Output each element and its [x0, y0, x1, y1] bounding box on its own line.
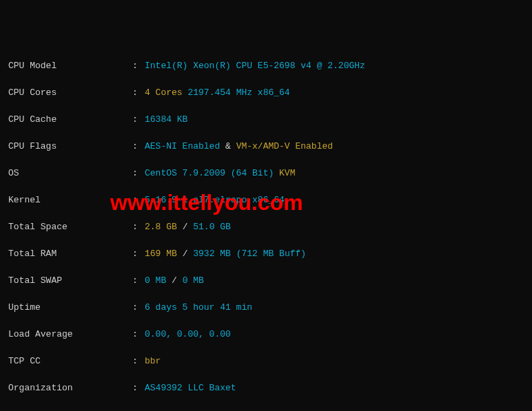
- label-cpu-flags: CPU Flags: [8, 140, 132, 154]
- value-cpu-model: Intel(R) Xeon(R) CPU E5-2698 v4 @ 2.20GH…: [145, 59, 365, 73]
- value-space-total: 51.0 GB: [193, 222, 231, 232]
- label-cpu-cache: CPU Cache: [8, 113, 132, 127]
- row-cpu-cache: CPU Cache:16384 KB: [8, 113, 524, 127]
- label-org: Organization: [8, 381, 132, 395]
- label-uptime: Uptime: [8, 301, 132, 315]
- value-cpu-cores-freq: 2197.454 MHz: [187, 87, 252, 98]
- value-ram-buff: (712 MB Buff): [236, 249, 306, 259]
- value-cpu-cache: 16384 KB: [145, 113, 187, 127]
- row-tcp-cc: TCP CC:bbr: [8, 355, 524, 368]
- label-load: Load Average: [8, 328, 132, 341]
- label-cpu-cores: CPU Cores: [8, 86, 132, 100]
- value-ram-used: 169 MB: [145, 249, 177, 259]
- label-cpu-model: CPU Model: [8, 59, 132, 73]
- value-uptime: 6 days 5 hour 41 min: [145, 301, 252, 315]
- value-swap-used: 0 MB: [145, 275, 166, 286]
- row-total-space: Total Space:2.8 GB / 51.0 GB: [8, 220, 524, 234]
- value-kernel: 5.16.9-1.el7.elrepo.x86_64: [145, 193, 285, 207]
- row-org: Organization:AS49392 LLC Baxet: [8, 381, 524, 395]
- value-tcp-cc: bbr: [145, 355, 161, 368]
- row-uptime: Uptime:6 days 5 hour 41 min: [8, 301, 524, 315]
- value-ram-total: 3932 MB: [193, 249, 231, 259]
- value-location: Novosibirsk / RU: [145, 408, 231, 411]
- row-total-ram: Total RAM:169 MB / 3932 MB (712 MB Buff): [8, 247, 524, 261]
- row-cpu-cores: CPU Cores:4 Cores 2197.454 MHz x86_64: [8, 86, 524, 100]
- label-total-ram: Total RAM: [8, 247, 132, 261]
- label-os: OS: [8, 167, 132, 180]
- row-location: Location:Novosibirsk / RU: [8, 408, 524, 411]
- value-cpu-cores-count: 4 Cores: [145, 87, 183, 98]
- value-cpu-cores-arch: x86_64: [258, 87, 290, 98]
- value-space-used: 2.8 GB: [145, 222, 177, 232]
- label-kernel: Kernel: [8, 193, 132, 207]
- label-tcp-cc: TCP CC: [8, 355, 132, 368]
- value-cpu-flags-virt: VM-x/AMD-V Enabled: [236, 141, 333, 151]
- row-load: Load Average:0.00, 0.00, 0.00: [8, 328, 524, 341]
- label-total-swap: Total SWAP: [8, 274, 132, 288]
- value-swap-total: 0 MB: [183, 275, 204, 286]
- row-total-swap: Total SWAP:0 MB / 0 MB: [8, 274, 524, 288]
- row-kernel: Kernel:5.16.9-1.el7.elrepo.x86_64: [8, 193, 524, 207]
- value-org: AS49392 LLC Baxet: [145, 381, 236, 395]
- value-os-name: CentOS 7.9.2009 (64 Bit): [145, 168, 274, 178]
- value-cpu-flags-aes: AES-NI Enabled: [145, 141, 220, 151]
- label-total-space: Total Space: [8, 220, 132, 234]
- label-location: Location: [8, 408, 132, 411]
- row-cpu-model: CPU Model:Intel(R) Xeon(R) CPU E5-2698 v…: [8, 59, 524, 73]
- value-os-virt: KVM: [279, 168, 295, 178]
- row-os: OS:CentOS 7.9.2009 (64 Bit) KVM: [8, 167, 524, 180]
- value-load: 0.00, 0.00, 0.00: [145, 328, 231, 341]
- row-cpu-flags: CPU Flags:AES-NI Enabled & VM-x/AMD-V En…: [8, 140, 524, 154]
